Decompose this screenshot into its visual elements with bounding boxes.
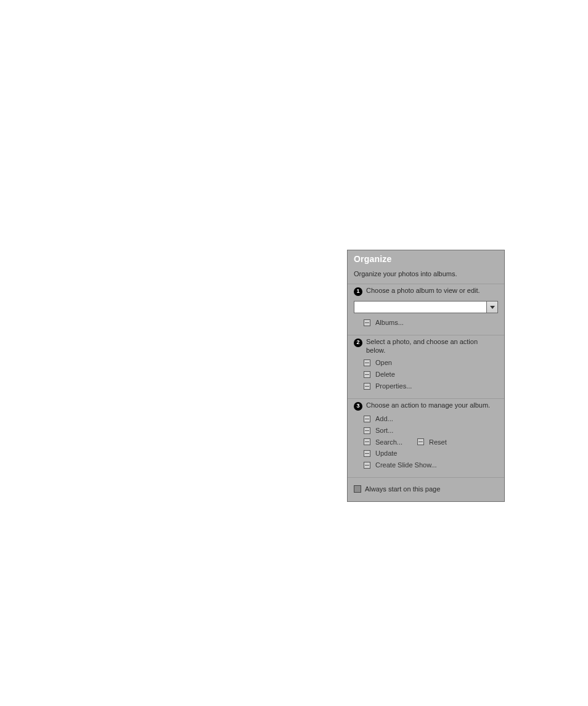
document-icon [364,319,370,326]
step-2-header: 2 Select a photo, and choose an action b… [354,338,498,358]
step-2-section: 2 Select a photo, and choose an action b… [348,335,504,398]
albums-link[interactable]: Albums... [354,317,498,329]
reset-link-label: Reset [429,438,447,447]
document-icon [364,462,370,469]
organize-panel: Organize Organize your photos into album… [347,250,505,502]
search-link-label: Search... [375,438,402,447]
step-1-number-icon: 1 [354,287,362,296]
always-start-label: Always start on this page [365,485,440,493]
delete-link[interactable]: Delete [354,369,498,380]
document-icon [364,438,370,445]
step-1-text: Choose a photo album to view or edit. [366,287,480,295]
step-1-header: 1 Choose a photo album to view or edit. [354,287,498,298]
sort-link-label: Sort... [375,426,393,435]
add-link-label: Add... [375,414,393,424]
open-link-label: Open [375,358,392,367]
search-link[interactable]: Search... [364,437,402,448]
step-3-section: 3 Choose an action to manage your album.… [348,398,504,477]
albums-link-label: Albums... [375,318,404,327]
create-slideshow-link-label: Create Slide Show... [375,461,437,470]
always-start-checkbox[interactable] [354,485,361,493]
update-link[interactable]: Update [354,448,498,459]
create-slideshow-link[interactable]: Create Slide Show... [354,459,498,471]
panel-subtitle: Organize your photos into albums. [348,266,504,284]
document-icon [364,416,370,422]
update-link-label: Update [375,449,397,458]
document-icon [364,371,370,378]
document-icon [364,359,370,366]
document-icon [417,438,424,445]
document-icon [364,450,370,457]
step-1-section: 1 Choose a photo album to view or edit. … [348,284,504,335]
chevron-down-icon [490,306,495,309]
step-3-number-icon: 3 [354,402,362,411]
properties-link-label: Properties... [375,382,412,391]
sort-link[interactable]: Sort... [354,425,498,437]
album-select-dropdown-button[interactable] [486,302,497,313]
step-3-text: Choose an action to manage your album. [366,401,490,410]
open-link[interactable]: Open [354,357,498,369]
album-select[interactable] [354,301,498,313]
step-2-number-icon: 2 [354,339,362,347]
step-2-text: Select a photo, and choose an action bel… [366,338,498,355]
document-icon [364,383,370,390]
step-3-header: 3 Choose an action to manage your album. [354,401,498,413]
properties-link[interactable]: Properties... [354,380,498,392]
reset-link[interactable]: Reset [417,437,447,448]
delete-link-label: Delete [375,370,395,379]
always-start-row[interactable]: Always start on this page [348,477,504,501]
panel-title: Organize [348,250,504,266]
document-icon [364,427,370,434]
add-link[interactable]: Add... [354,413,498,425]
